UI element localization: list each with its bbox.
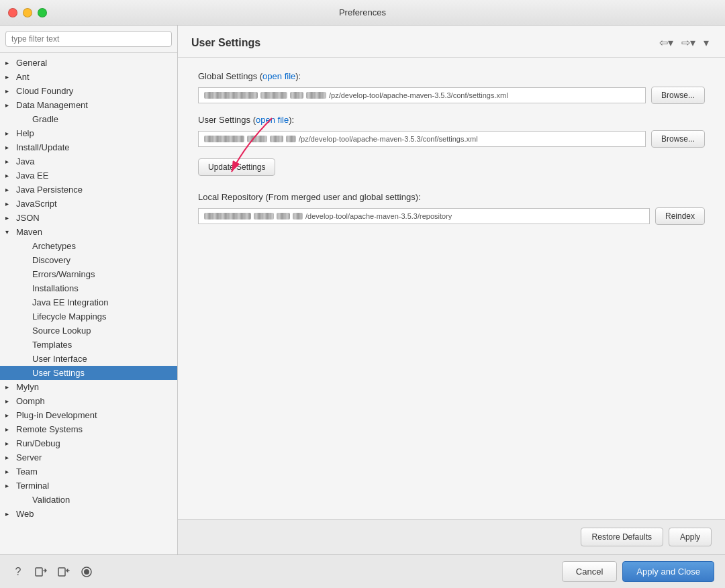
sidebar-item-installations[interactable]: Installations: [0, 281, 177, 295]
tree-arrow-data-management: [5, 101, 13, 109]
sidebar-item-source-lookup[interactable]: Source Lookup: [0, 324, 177, 338]
sidebar-item-server[interactable]: Server: [0, 450, 177, 464]
toolbar-menu-button[interactable]: ▾: [701, 34, 712, 52]
sidebar-item-json[interactable]: JSON: [0, 211, 177, 225]
sidebar-item-oomph[interactable]: Oomph: [0, 394, 177, 408]
footer-right: Cancel Apply and Close: [562, 561, 714, 582]
sidebar-item-label-user-settings: User Settings: [32, 368, 85, 378]
sidebar-item-java-persistence[interactable]: Java Persistence: [0, 183, 177, 197]
sidebar-item-label-maven: Maven: [16, 227, 42, 237]
sidebar-item-user-interface[interactable]: User Interface: [0, 352, 177, 366]
sidebar-item-java-ee[interactable]: Java EE: [0, 168, 177, 183]
sidebar-item-cloud-foundry[interactable]: Cloud Foundry: [0, 84, 177, 98]
help-icon[interactable]: ?: [11, 565, 26, 579]
user-open-file-link[interactable]: open file: [256, 115, 289, 125]
export-icon[interactable]: [56, 565, 71, 579]
sidebar-item-errors-warnings[interactable]: Errors/Warnings: [0, 267, 177, 281]
sidebar-item-label-java-ee: Java EE: [16, 170, 48, 181]
sidebar-item-run-debug[interactable]: Run/Debug: [0, 436, 177, 450]
sidebar-item-remote-systems[interactable]: Remote Systems: [0, 422, 177, 436]
user-browse-button[interactable]: Browse...: [651, 130, 705, 148]
sidebar-item-label-discovery: Discovery: [32, 255, 70, 265]
minimize-button[interactable]: [23, 8, 32, 17]
sidebar-item-label-oomph: Oomph: [16, 396, 45, 406]
close-button[interactable]: [8, 8, 17, 17]
sidebar-item-label-plugin-development: Plug-in Development: [16, 410, 97, 420]
sidebar-item-general[interactable]: General: [0, 56, 177, 70]
sidebar-item-label-mylyn: Mylyn: [16, 382, 39, 392]
sidebar-item-maven[interactable]: Maven: [0, 225, 177, 239]
title-bar: Preferences: [0, 0, 725, 26]
blur-block: [286, 136, 296, 142]
tree-arrow-java-persistence: [5, 186, 13, 193]
tree-arrow-help: [5, 130, 13, 137]
filter-box: [0, 26, 177, 53]
tree-arrow-javascript: [5, 200, 13, 207]
sidebar-item-label-gradle: Gradle: [32, 114, 58, 124]
sidebar-item-install-update[interactable]: Install/Update: [0, 140, 177, 154]
maximize-button[interactable]: [38, 8, 47, 17]
content-panel: User Settings ⇦▾ ⇨▾ ▾ Global Settings (o…: [178, 26, 725, 554]
sidebar-item-label-team: Team: [16, 467, 38, 477]
sidebar-item-label-ant: Ant: [16, 72, 30, 82]
sidebar-item-label-terminal: Terminal: [16, 481, 49, 491]
tree-arrow-java-ee: [5, 172, 13, 179]
blur-block: [260, 92, 287, 99]
content-header: User Settings ⇦▾ ⇨▾ ▾: [178, 26, 725, 58]
forward-button[interactable]: ⇨▾: [679, 34, 698, 52]
main-container: GeneralAntCloud FoundryData ManagementGr…: [0, 26, 725, 554]
back-button[interactable]: ⇦▾: [657, 34, 676, 52]
sidebar-item-javascript[interactable]: JavaScript: [0, 197, 177, 211]
sidebar-item-templates[interactable]: Templates: [0, 338, 177, 352]
global-open-file-link[interactable]: open file: [262, 71, 295, 81]
blur-block: [293, 213, 303, 219]
tree-arrow-remote-systems: [5, 426, 13, 433]
global-path-text: /pz/develop-tool/apache-maven-3.5.3/conf…: [329, 91, 508, 99]
global-browse-button[interactable]: Browse...: [651, 87, 705, 104]
tree-arrow-team: [5, 468, 13, 475]
user-settings-row: /pz/develop-tool/apache-maven-3.5.3/conf…: [198, 130, 705, 148]
svg-rect-3: [58, 568, 65, 576]
blur-block: [290, 92, 303, 99]
blur-block: [306, 92, 326, 99]
sidebar-item-data-management[interactable]: Data Management: [0, 98, 177, 112]
sidebar-item-label-user-interface: User Interface: [32, 354, 87, 364]
sidebar-item-discovery[interactable]: Discovery: [0, 253, 177, 267]
sidebar-item-team[interactable]: Team: [0, 464, 177, 479]
sidebar-item-user-settings[interactable]: User Settings: [0, 366, 177, 380]
sidebar-item-help[interactable]: Help: [0, 126, 177, 140]
cancel-button[interactable]: Cancel: [562, 561, 617, 582]
tree-container: GeneralAntCloud FoundryData ManagementGr…: [0, 53, 177, 554]
window-controls: [8, 8, 47, 17]
global-settings-label: Global Settings (open file):: [198, 71, 705, 81]
local-path-display: /develop-tool/apache-maven-3.5.3/reposit…: [198, 208, 650, 224]
blur-block: [204, 92, 258, 99]
sidebar-item-label-java-ee-integration: Java EE Integration: [32, 297, 108, 307]
sidebar-item-label-java-persistence: Java Persistence: [16, 185, 83, 195]
sidebar-item-ant[interactable]: Ant: [0, 70, 177, 84]
sidebar-item-java-ee-integration[interactable]: Java EE Integration: [0, 295, 177, 309]
sidebar-item-terminal[interactable]: Terminal: [0, 479, 177, 493]
sidebar-item-plugin-development[interactable]: Plug-in Development: [0, 408, 177, 422]
record-icon[interactable]: [79, 565, 94, 579]
restore-defaults-button[interactable]: Restore Defaults: [581, 528, 663, 546]
sidebar-item-mylyn[interactable]: Mylyn: [0, 380, 177, 394]
local-repo-row: /develop-tool/apache-maven-3.5.3/reposit…: [198, 207, 705, 225]
sidebar-item-archetypes[interactable]: Archetypes: [0, 239, 177, 253]
tree-arrow-oomph: [5, 397, 13, 405]
sidebar-item-gradle[interactable]: Gradle: [0, 112, 177, 126]
tree-arrow-java: [5, 158, 13, 165]
sidebar-item-validation[interactable]: Validation: [0, 493, 177, 507]
sidebar-item-java[interactable]: Java: [0, 154, 177, 168]
apply-and-close-button[interactable]: Apply and Close: [622, 561, 714, 582]
filter-input[interactable]: [5, 31, 172, 47]
sidebar-item-label-cloud-foundry: Cloud Foundry: [16, 86, 73, 96]
update-settings-button[interactable]: Update Settings: [198, 158, 275, 176]
reindex-button[interactable]: Reindex: [655, 207, 705, 225]
tree-arrow-plugin-development: [5, 411, 13, 419]
sidebar-item-label-remote-systems: Remote Systems: [16, 424, 83, 434]
sidebar-item-lifecycle-mappings[interactable]: Lifecycle Mappings: [0, 309, 177, 324]
apply-button[interactable]: Apply: [669, 528, 712, 546]
import-icon[interactable]: [34, 565, 48, 579]
sidebar-item-web[interactable]: Web: [0, 507, 177, 521]
